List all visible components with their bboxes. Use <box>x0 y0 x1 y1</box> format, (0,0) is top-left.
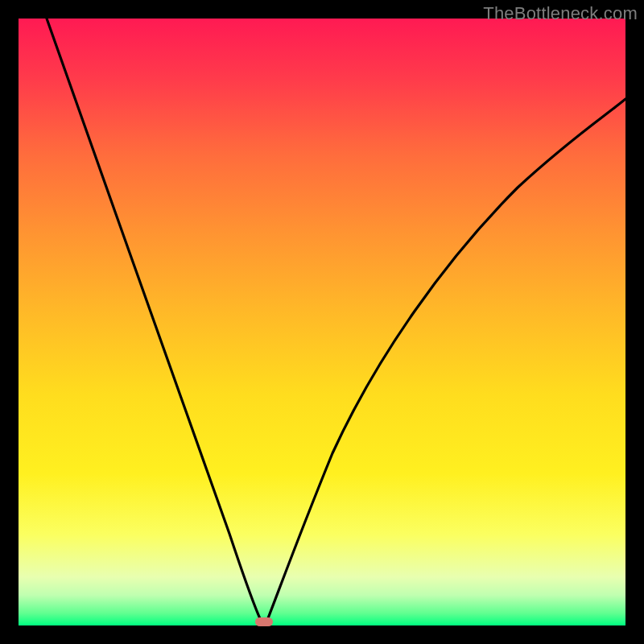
minimum-marker <box>255 617 273 626</box>
plot-area <box>19 19 625 625</box>
watermark-text: TheBottleneck.com <box>483 3 638 24</box>
curve-path <box>47 19 625 622</box>
chart-frame: TheBottleneck.com <box>0 0 644 644</box>
bottleneck-curve <box>19 19 625 625</box>
